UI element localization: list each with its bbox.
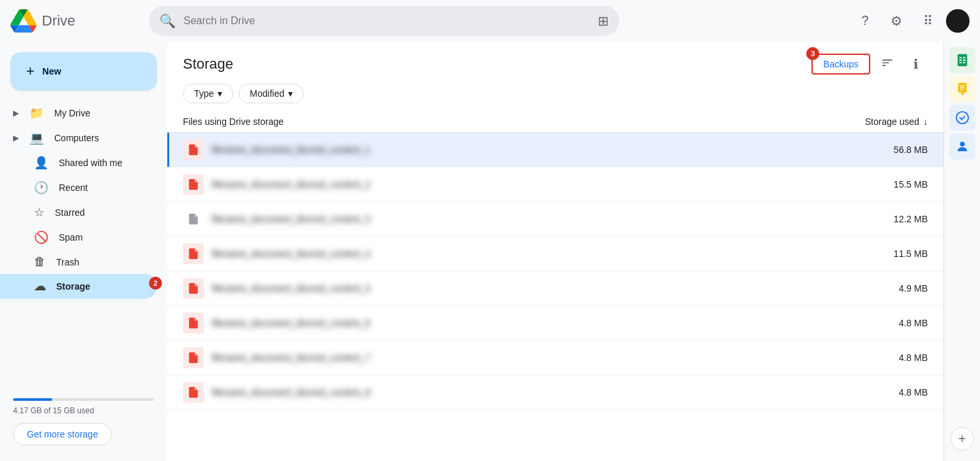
tasks-icon [955,111,970,125]
apps-button[interactable]: ⠿ [915,8,941,34]
selected-row-indicator [167,133,169,167]
sidebar-item-my-drive[interactable]: ▶ 📁 My Drive [0,101,157,126]
search-bar[interactable]: 🔍 ⊞ [149,6,619,36]
search-filter-icon[interactable]: ⊞ [598,13,609,29]
svg-rect-3 [959,60,962,61]
add-apps-button[interactable]: + [951,427,974,451]
gear-icon: ⚙ [890,13,902,29]
backups-button[interactable]: 3 Backups [811,54,870,75]
file-name: filename_document_blurred_content_7 [212,352,862,363]
file-icon [183,174,204,195]
files-list: filename_document_blurred_content_156.8 … [167,133,943,461]
computer-icon: 💻 [29,131,44,145]
file-name: filename_document_blurred_content_5 [212,283,862,294]
sidebar-item-label: Spam [59,232,146,243]
content-area: Storage 3 Backups ℹ [167,42,943,461]
clock-icon: 🕐 [34,180,48,195]
table-row[interactable]: filename_document_blurred_content_411.5 … [167,237,943,271]
file-icon [183,243,204,264]
sidebar-item-spam[interactable]: 🚫 Spam [0,225,157,250]
chevron-right-icon: ▶ [13,109,19,118]
help-button[interactable]: ? [852,8,878,34]
spam-icon: 🚫 [34,230,48,245]
help-icon: ? [861,13,868,28]
trash-icon: 🗑 [34,255,46,269]
filter-row: Type ▾ Modified ▾ [167,84,943,111]
type-filter-label: Type [194,88,214,99]
files-table-header: Files using Drive storage Storage used ↓ [167,111,943,133]
sidebar-item-storage[interactable]: ☁ Storage 2 [0,274,157,299]
keep-icon [955,82,970,96]
file-name: filename_document_blurred_content_2 [212,179,862,190]
sidebar-item-recent[interactable]: 🕐 Recent [0,175,157,200]
table-row[interactable]: filename_document_blurred_content_64.8 M… [167,306,943,341]
file-icon [183,347,204,368]
search-input[interactable] [184,15,590,27]
file-size: 15.5 MB [862,179,928,190]
files-using-storage-label: Files using Drive storage [183,116,865,127]
info-icon: ℹ [913,56,919,72]
search-icon: 🔍 [159,13,176,29]
page-title: Storage [183,56,233,73]
svg-rect-1 [959,57,962,58]
storage-used-column-header[interactable]: Storage used ↓ [865,116,928,127]
contacts-app-icon[interactable] [949,133,975,160]
logo-area: Drive [10,8,141,34]
person-icon: 👤 [34,156,48,170]
sidebar-item-computers[interactable]: ▶ 💻 Computers [0,126,157,150]
storage-badge: 2 [149,277,162,290]
file-name: filename_document_blurred_content_6 [212,318,862,328]
topbar-right: ? ⚙ ⠿ [852,8,970,34]
storage-section: 4.17 GB of 15 GB used Get more storage [0,388,167,456]
table-row[interactable]: filename_document_blurred_content_215.5 … [167,167,943,202]
svg-rect-11 [960,90,963,90]
keep-app-icon[interactable] [949,76,975,102]
tasks-app-icon[interactable] [949,105,975,131]
file-size: 4.8 MB [862,387,928,398]
file-name: filename_document_blurred_content_4 [212,248,862,259]
cloud-icon: ☁ [34,279,46,294]
sidebar-item-label: Trash [56,257,146,267]
plus-icon: + [26,63,35,80]
new-button[interactable]: + New [10,52,157,90]
sidebar-item-trash[interactable]: 🗑 Trash [0,250,157,274]
sidebar-item-label: Storage [56,281,146,292]
new-button-label: New [42,66,61,77]
table-row[interactable]: filename_document_blurred_content_54.9 M… [167,271,943,306]
table-row[interactable]: filename_document_blurred_content_84.8 M… [167,375,943,410]
type-filter-button[interactable]: Type ▾ [183,84,233,103]
sheets-app-icon[interactable] [949,47,975,73]
filter-list-icon [881,56,894,73]
svg-rect-9 [960,86,964,86]
file-size: 56.8 MB [862,145,928,155]
avatar[interactable] [946,9,970,33]
settings-button[interactable]: ⚙ [883,8,909,34]
chevron-down-icon: ▾ [218,88,222,99]
content-header: Storage 3 Backups ℹ [167,42,943,84]
file-size: 4.9 MB [862,283,928,294]
header-actions: 3 Backups ℹ [811,52,928,76]
get-more-storage-button[interactable]: Get more storage [13,423,112,445]
sheets-icon [955,53,970,67]
sidebar-item-label: Recent [59,182,146,193]
filter-list-button[interactable] [875,52,899,76]
contacts-icon [955,139,970,154]
info-button[interactable]: ℹ [904,52,928,76]
app-name-label: Drive [42,12,75,29]
table-row[interactable]: filename_document_blurred_content_74.8 M… [167,341,943,375]
modified-filter-button[interactable]: Modified ▾ [238,84,304,103]
sidebar-item-label: Computers [54,133,146,143]
table-row[interactable]: filename_document_blurred_content_156.8 … [167,133,943,167]
plus-icon: + [958,432,966,447]
storage-bar-background [13,398,154,401]
grid-icon: ⠿ [923,13,933,29]
file-name: filename_document_blurred_content_3 [212,214,862,224]
sidebar-item-starred[interactable]: ☆ Starred [0,200,157,225]
file-size: 4.8 MB [862,318,928,328]
drive-logo-icon [10,8,37,34]
right-panel: + [943,42,980,461]
file-size: 11.5 MB [862,248,928,259]
sidebar-item-label: Starred [55,207,146,218]
table-row[interactable]: filename_document_blurred_content_312.2 … [167,202,943,237]
sidebar-item-shared[interactable]: 👤 Shared with me [0,150,157,175]
